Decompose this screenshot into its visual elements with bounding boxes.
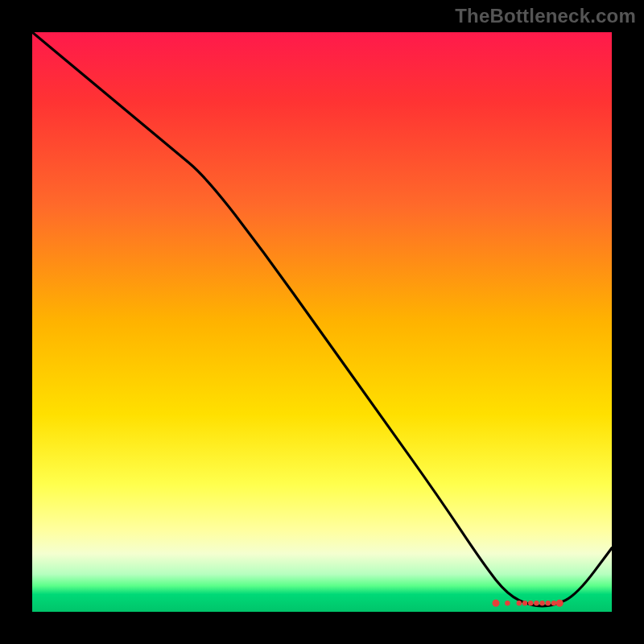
bottleneck-curve [32,32,612,606]
chart-frame: TheBottleneck.com [0,0,644,644]
optimal-marker [539,601,544,605]
plot-area [32,32,612,612]
optimal-marker [546,601,551,605]
optimal-marker [493,600,500,607]
optimal-marker [517,601,522,605]
optimal-marker [528,601,533,605]
optimal-marker [505,601,510,605]
optimal-marker [556,600,564,607]
optimal-marker [534,601,539,605]
chart-svg [32,32,612,612]
watermark-label: TheBottleneck.com [455,5,636,27]
optimal-marker [522,601,527,605]
optimal-marker [551,601,556,605]
